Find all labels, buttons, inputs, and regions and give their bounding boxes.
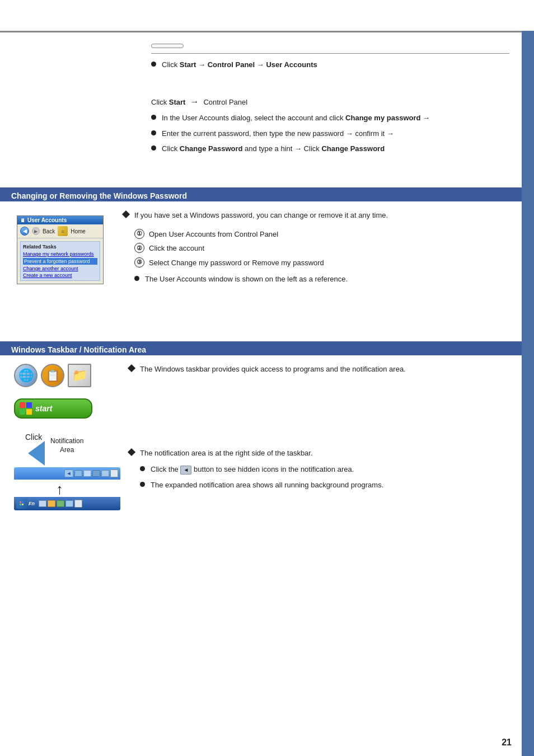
section3-right: The Windows taskbar provides quick acces… bbox=[129, 355, 522, 503]
bullet-dot-1 bbox=[151, 62, 156, 67]
start-label: start bbox=[35, 404, 52, 413]
ua-task1[interactable]: Manage my network passwords bbox=[23, 251, 97, 257]
ua-related-tasks: Related Tasks Manage my network password… bbox=[20, 241, 100, 281]
ua-titlebar: 🖥 User Accounts bbox=[17, 216, 103, 224]
section2-header-text: Changing or Removing the Windows Passwor… bbox=[11, 191, 187, 200]
taskbar-icon5 bbox=[110, 469, 118, 477]
taskbar-icon2 bbox=[83, 470, 91, 477]
page-number: 21 bbox=[502, 738, 512, 748]
section3-diamond2-text: The notification area is at the right si… bbox=[140, 448, 313, 459]
step1-num: ① bbox=[134, 229, 144, 239]
bullet-item-3: Enter the current password, then type th… bbox=[151, 128, 505, 139]
step-arrow-line: Click Start → Control Panel bbox=[151, 97, 505, 107]
ua-home-icon: ⌂ bbox=[58, 226, 68, 236]
start-button-container: start bbox=[14, 398, 126, 419]
section3-b2-dot bbox=[140, 482, 145, 487]
tb-icon3 bbox=[57, 500, 64, 507]
bullet-text-1: Click Start → Control Panel → User Accou… bbox=[162, 59, 317, 71]
bullet-item-4: Click Change Password and type a hint → … bbox=[151, 143, 505, 154]
section3-body: 🌐 📋 📁 start Click bbox=[0, 355, 522, 736]
taskbar-bottom: Fn bbox=[14, 497, 120, 510]
section3-diamond1-text: The Windows taskbar provides quick acces… bbox=[140, 364, 406, 375]
bullet-text-4: Click Change Password and type a hint → … bbox=[162, 143, 385, 154]
left-arrow-shape bbox=[28, 441, 45, 466]
section2-steps: ① Open User Accounts from Control Panel … bbox=[134, 229, 505, 269]
section3-header-text: Windows Taskbar / Notification Area bbox=[11, 345, 146, 354]
bullet-item-2: In the User Accounts dialog, select the … bbox=[151, 112, 505, 124]
taskbar-icon3 bbox=[92, 470, 100, 477]
step3-num: ③ bbox=[134, 257, 144, 267]
taskbar-windows-logo bbox=[16, 499, 27, 509]
notification-area-label: NotificationArea bbox=[50, 437, 83, 454]
notification-label-text: NotificationArea bbox=[50, 437, 83, 454]
ua-back-btn[interactable]: ◀ bbox=[20, 227, 29, 236]
step2-num: ② bbox=[134, 243, 144, 253]
start-button[interactable]: start bbox=[14, 398, 92, 419]
step2-text: Click the account bbox=[149, 243, 204, 254]
section2-bullet-dot bbox=[134, 276, 139, 281]
section3-diamond2-shape bbox=[128, 448, 135, 456]
ua-body: Related Tasks Manage my network password… bbox=[17, 238, 103, 284]
section2-bullet-text: The User Accounts window is shown on the… bbox=[145, 274, 348, 285]
small-arrow-icon-inline: ◄ bbox=[180, 466, 191, 475]
section3-spacer bbox=[129, 386, 505, 448]
user-accounts-window: 🖥 User Accounts ◀ ▶ Back ⌂ Home Related … bbox=[17, 215, 104, 284]
section2-diamond1-text: If you have set a Windows password, you … bbox=[134, 210, 388, 221]
icons-row: 🌐 📋 📁 bbox=[14, 364, 126, 387]
taskbar-arrow-icon-top: ◄ bbox=[64, 469, 73, 477]
ua-toolbar: ◀ ▶ Back ⌂ Home bbox=[17, 224, 103, 238]
copy-icon: 📋 bbox=[41, 364, 64, 387]
vertical-arrow: ↑ bbox=[56, 481, 63, 498]
step1-text: Open User Accounts from Control Panel bbox=[149, 229, 278, 240]
section3-diamond1: The Windows taskbar provides quick acces… bbox=[129, 364, 505, 375]
section3-diamond1-shape bbox=[128, 364, 135, 372]
section1-area: Click Start → Control Panel → User Accou… bbox=[0, 32, 522, 167]
taskbar-fn-btn: Fn bbox=[29, 501, 35, 506]
ua-fwd-btn: ▶ bbox=[32, 227, 40, 235]
section2-diamond1: If you have set a Windows password, you … bbox=[123, 210, 505, 221]
bullet-text-3: Enter the current password, then type th… bbox=[162, 128, 394, 139]
notification-area-graphic: Click NotificationArea ◄ ↑ bbox=[14, 433, 123, 600]
tb-icon2 bbox=[48, 500, 55, 507]
section3-left: 🌐 📋 📁 start Click bbox=[14, 364, 126, 600]
bullet-dot-2 bbox=[151, 115, 156, 120]
ua-task3[interactable]: Change another account bbox=[23, 266, 97, 271]
step2: ② Click the account bbox=[134, 243, 505, 254]
divider-line bbox=[151, 53, 509, 54]
section2-text: If you have set a Windows password, you … bbox=[123, 201, 522, 297]
tb-icon5 bbox=[74, 500, 82, 508]
taskbar-icon4 bbox=[101, 470, 109, 477]
bullet-dot-3 bbox=[151, 130, 156, 135]
step3: ③ Select Change my password or Remove my… bbox=[134, 257, 505, 269]
section3-diamond2: The notification area is at the right si… bbox=[129, 448, 505, 459]
click-label: Click bbox=[25, 433, 42, 442]
bullet-dot-4 bbox=[151, 145, 156, 151]
right-sidebar-bar bbox=[522, 31, 534, 756]
section3-b2-text: The expanded notification area shows all… bbox=[151, 480, 383, 491]
tb-icon1 bbox=[39, 500, 46, 507]
folder-icon: 📁 bbox=[68, 364, 91, 387]
ua-home-label: Home bbox=[71, 228, 86, 234]
ua-task4[interactable]: Create a new account bbox=[23, 273, 97, 278]
bullet-item-1: Click Start → Control Panel → User Accou… bbox=[151, 59, 505, 71]
section3-bullet1: Click the ◄ button to see hidden icons i… bbox=[140, 464, 505, 475]
taskbar-icon1 bbox=[74, 470, 82, 477]
ua-task2[interactable]: Prevent a forgotten password bbox=[23, 258, 97, 265]
diamond1 bbox=[122, 210, 130, 218]
section3-b1-dot bbox=[140, 466, 145, 471]
windows-logo bbox=[20, 402, 32, 415]
section2-body: 🖥 User Accounts ◀ ▶ Back ⌂ Home Related … bbox=[0, 201, 522, 325]
tb-icon4 bbox=[65, 500, 73, 507]
intro-text bbox=[151, 76, 505, 87]
ua-title-text: User Accounts bbox=[27, 217, 67, 223]
ua-related-tasks-title: Related Tasks bbox=[23, 244, 97, 250]
bullet-text-2: In the User Accounts dialog, select the … bbox=[162, 112, 430, 124]
step3-text: Select Change my password or Remove my p… bbox=[149, 257, 324, 269]
taskbar-top: ◄ bbox=[14, 467, 120, 480]
pill-button bbox=[151, 44, 184, 48]
ua-back-label: Back bbox=[43, 228, 55, 234]
section3-b1-text: Click the ◄ button to see hidden icons i… bbox=[151, 464, 354, 475]
step1: ① Open User Accounts from Control Panel bbox=[134, 229, 505, 240]
section2-bullet-note: The User Accounts window is shown on the… bbox=[134, 274, 505, 285]
section3-bullet2: The expanded notification area shows all… bbox=[140, 480, 505, 491]
